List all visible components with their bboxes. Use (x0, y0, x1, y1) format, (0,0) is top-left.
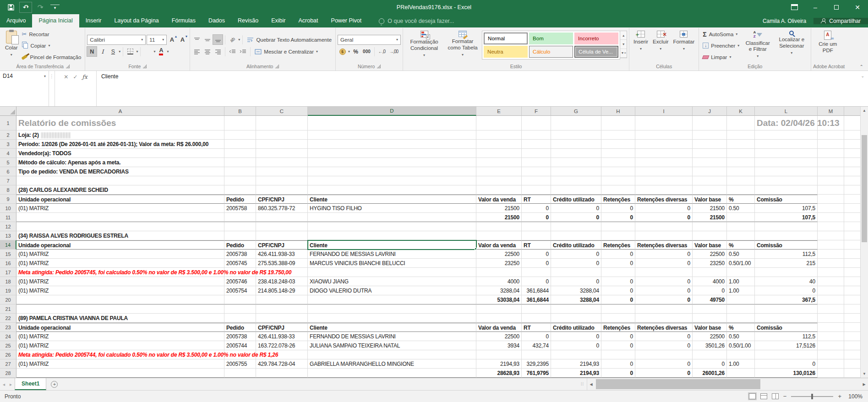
autosum-button[interactable]: ΣAutoSoma▾ (701, 29, 741, 39)
cell-A2[interactable]: Loja: (2) (16, 130, 224, 140)
cell-E24[interactable]: 22500 (476, 332, 522, 341)
page-break-view-button[interactable] (772, 393, 779, 399)
cell-B28[interactable] (224, 369, 256, 378)
cell-M3[interactable] (818, 140, 844, 149)
cell-I17[interactable] (635, 268, 693, 277)
cell-I26[interactable] (635, 350, 693, 359)
cell-L1[interactable]: Data: 02/04/26 10:13 (755, 116, 818, 130)
row-number-22[interactable]: 22 (0, 314, 16, 323)
cell-H18[interactable]: 0 (601, 277, 635, 286)
cell-L18[interactable]: 40 (755, 277, 818, 286)
cell-M6[interactable] (818, 167, 844, 176)
cell-K16[interactable]: 0.50/1.00 (727, 259, 755, 268)
cell-K6[interactable] (727, 167, 755, 176)
cell-K10[interactable]: 0.50 (727, 204, 755, 213)
save-button[interactable] (5, 2, 17, 13)
cell-A25[interactable]: (01) MATRIZ (16, 341, 224, 350)
cell-A28[interactable] (16, 369, 224, 378)
cell-C2[interactable] (256, 130, 308, 140)
cell-K17[interactable] (727, 268, 755, 277)
cell-B16[interactable]: 2005745 (224, 259, 256, 268)
cell-E7[interactable] (476, 176, 522, 185)
middle-align-button[interactable] (202, 35, 212, 44)
cell-J9[interactable]: Valor base (693, 195, 727, 204)
cell-M12[interactable] (818, 222, 844, 231)
cell-J26[interactable] (693, 350, 727, 359)
row-number-17[interactable]: 17 (0, 268, 16, 277)
cell-M28[interactable] (818, 369, 844, 378)
bottom-align-button[interactable] (213, 35, 223, 44)
cell-H26[interactable] (601, 350, 635, 359)
cell-H8[interactable] (601, 185, 635, 195)
cell-L5[interactable] (755, 158, 818, 167)
cell-A16[interactable]: (01) MATRIZ (16, 259, 224, 268)
font-color-button[interactable]: A (156, 47, 166, 56)
cell-F21[interactable] (522, 304, 551, 314)
cell-L25[interactable]: 17,5126 (755, 341, 818, 350)
cell-L15[interactable]: 112,5 (755, 250, 818, 259)
cell-A18[interactable]: (01) MATRIZ (16, 277, 224, 286)
column-header-M[interactable]: M (818, 107, 844, 116)
cell-J18[interactable]: 4000 (693, 277, 727, 286)
cell-M19[interactable] (818, 286, 844, 295)
cell-F18[interactable]: 0 (522, 277, 551, 286)
row-number-9[interactable]: 9 (0, 195, 16, 204)
cell-F22[interactable] (522, 314, 551, 323)
cell-D12[interactable] (308, 222, 476, 231)
fill-color-button[interactable] (143, 47, 153, 56)
cell-A27[interactable]: (01) MATRIZ (16, 359, 224, 369)
column-header-L[interactable]: L (755, 107, 818, 116)
sheet-tab-sheet1[interactable]: Sheet1 (15, 378, 46, 390)
column-header-D[interactable]: D (308, 107, 476, 116)
column-header-B[interactable]: B (224, 107, 256, 116)
horizontal-scroll-thumb[interactable] (596, 379, 760, 389)
cell-E1[interactable] (476, 116, 522, 130)
cell-D7[interactable] (308, 176, 476, 185)
cell-M9[interactable] (818, 195, 844, 204)
column-header-F[interactable]: F (522, 107, 551, 116)
cell-H27[interactable]: 0 (601, 359, 635, 369)
cell-C28[interactable] (256, 369, 308, 378)
cell-I25[interactable]: 0 (635, 341, 693, 350)
cell-L10[interactable]: 107,5 (755, 204, 818, 213)
row-number-13[interactable]: 13 (0, 231, 16, 240)
cell-A20[interactable] (16, 295, 224, 304)
align-right-button[interactable] (213, 47, 223, 56)
cell-E14[interactable]: Valor da venda (476, 240, 522, 250)
ribbon-display-options-button[interactable] (784, 0, 805, 14)
zoom-in-button[interactable]: + (838, 393, 841, 400)
cell-L16[interactable]: 215 (755, 259, 818, 268)
zoom-out-button[interactable]: − (783, 393, 787, 400)
cell-G15[interactable]: 0 (551, 250, 601, 259)
cell-I28[interactable]: 0 (635, 369, 693, 378)
cell-C1[interactable] (256, 116, 308, 130)
cell-M22[interactable] (818, 314, 844, 323)
style-calculo[interactable]: Cálculo (529, 46, 573, 58)
cell-H7[interactable] (601, 176, 635, 185)
cell-K14[interactable]: % (727, 240, 755, 250)
cell-E19[interactable]: 3288,04 (476, 286, 522, 295)
cell-D17[interactable] (308, 268, 476, 277)
cell-B10[interactable]: 2005758 (224, 204, 256, 213)
style-normal[interactable]: Normal (484, 33, 528, 44)
cell-M5[interactable] (818, 158, 844, 167)
cell-H15[interactable]: 0 (601, 250, 635, 259)
cell-D8[interactable] (308, 185, 476, 195)
decrease-decimal-button[interactable]: →,00 (388, 47, 399, 56)
cell-D14[interactable]: Cliente (308, 240, 476, 250)
cell-F4[interactable] (522, 149, 551, 158)
increase-font-button[interactable]: A▲ (168, 35, 177, 44)
cut-button[interactable]: ✂Recortar (20, 29, 83, 39)
cell-J15[interactable]: 22500 (693, 250, 727, 259)
cell-D20[interactable] (308, 295, 476, 304)
align-left-button[interactable] (192, 47, 202, 56)
share-button[interactable]: Compartilhar (813, 18, 868, 24)
cell-D18[interactable]: XIAOWU JIANG (308, 277, 476, 286)
cell-L9[interactable]: Comissão (755, 195, 818, 204)
cell-K26[interactable] (727, 350, 755, 359)
cell-J11[interactable]: 21500 (693, 213, 727, 222)
cell-J24[interactable]: 22500 (693, 332, 727, 341)
cell-J21[interactable] (693, 304, 727, 314)
cell-L6[interactable] (755, 167, 818, 176)
row-number-28[interactable]: 28 (0, 369, 16, 378)
